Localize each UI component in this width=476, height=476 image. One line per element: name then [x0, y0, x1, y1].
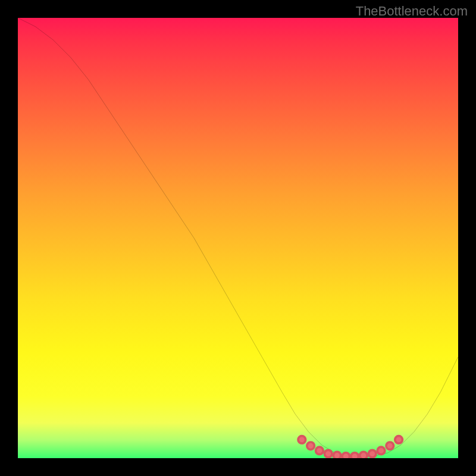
- highlight-dot: [360, 452, 368, 458]
- highlight-dot: [333, 452, 341, 458]
- chart-svg: [18, 18, 458, 458]
- highlight-dot: [395, 436, 403, 444]
- highlight-dot: [307, 442, 315, 450]
- highlight-dot: [324, 450, 332, 458]
- highlight-dot: [386, 442, 394, 450]
- highlight-dot: [298, 436, 306, 444]
- highlight-dot: [368, 450, 376, 458]
- highlight-dot: [351, 453, 359, 458]
- highlight-dot: [342, 453, 350, 458]
- chart-container: [18, 18, 458, 458]
- watermark-text: TheBottleneck.com: [356, 4, 468, 19]
- highlight-dots: [298, 436, 402, 458]
- bottleneck-curve: [18, 18, 458, 457]
- highlight-dot: [316, 447, 324, 455]
- highlight-dot: [377, 447, 385, 455]
